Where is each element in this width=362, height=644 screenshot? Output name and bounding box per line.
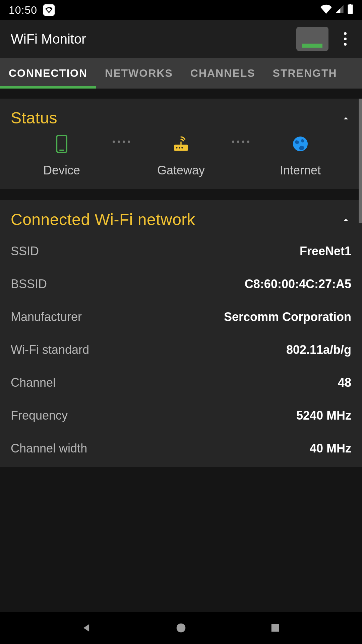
appbar-title: WiFi Monitor <box>11 32 296 47</box>
status-node-label: Device <box>43 163 80 177</box>
statusbar-time: 10:50 <box>9 4 37 16</box>
overflow-menu-button[interactable] <box>338 27 353 51</box>
status-card: Status Device <box>0 99 362 189</box>
kv-value: Sercomm Corporation <box>224 310 351 324</box>
kv-key: SSID <box>11 244 39 258</box>
kv-key: Manufacturer <box>11 310 82 324</box>
kv-key: Channel <box>11 376 56 390</box>
connection-dots <box>113 141 130 143</box>
tab-strength[interactable]: STRENGTH <box>264 58 346 89</box>
kv-value: 40 MHz <box>310 441 351 455</box>
status-card-title: Status <box>11 109 57 127</box>
svg-point-0 <box>50 7 52 9</box>
connection-dots <box>232 141 249 143</box>
app-notification-icon <box>43 4 55 16</box>
nav-home-button[interactable] <box>174 621 188 635</box>
kv-key: BSSID <box>11 277 47 291</box>
status-node-label: Gateway <box>157 163 205 177</box>
kv-frequency: Frequency 5240 MHz <box>11 399 351 432</box>
kv-value: 5240 MHz <box>296 409 351 423</box>
network-card-header[interactable]: Connected Wi-Fi network <box>11 210 351 229</box>
nav-recent-button[interactable] <box>268 621 283 635</box>
svg-point-6 <box>179 147 180 149</box>
svg-rect-10 <box>272 624 279 632</box>
android-statusbar: 10:50 <box>0 0 362 20</box>
android-navbar <box>0 612 362 644</box>
tab-bar: CONNECTION NETWORKS CHANNELS STRENGTH <box>0 58 362 89</box>
chevron-up-icon <box>341 214 351 225</box>
content-scroll[interactable]: Status Device <box>0 89 362 612</box>
chevron-up-icon <box>341 113 351 123</box>
device-icon <box>52 135 71 153</box>
kv-channel: Channel 48 <box>11 366 351 399</box>
kv-bssid: BSSID C8:60:00:4C:27:A5 <box>11 268 351 301</box>
wifi-icon <box>320 4 332 16</box>
kv-value: 48 <box>338 376 351 390</box>
cell-signal-icon <box>335 4 345 16</box>
kv-key: Frequency <box>11 409 68 423</box>
scrollbar[interactable] <box>359 99 362 223</box>
appbar: WiFi Monitor <box>0 20 362 58</box>
status-card-header[interactable]: Status <box>11 109 351 127</box>
kv-value: C8:60:00:4C:27:A5 <box>245 277 351 291</box>
svg-point-9 <box>177 624 186 633</box>
kv-ssid: SSID FreeNet1 <box>11 235 351 268</box>
kv-key: Wi-Fi standard <box>11 343 89 357</box>
kv-wifi-standard: Wi-Fi standard 802.11a/b/g <box>11 333 351 366</box>
network-card: Connected Wi-Fi network SSID FreeNet1 BS… <box>0 200 362 467</box>
status-node-internet: Internet <box>267 135 334 177</box>
tab-networks[interactable]: NETWORKS <box>96 58 182 89</box>
status-node-device: Device <box>28 135 95 177</box>
chart-toggle-button[interactable] <box>296 27 328 51</box>
tab-channels[interactable]: CHANNELS <box>182 58 264 89</box>
tab-connection[interactable]: CONNECTION <box>0 58 96 89</box>
kv-channel-width: Channel width 40 MHz <box>11 432 351 455</box>
nav-back-button[interactable] <box>79 621 94 635</box>
battery-icon <box>347 4 353 16</box>
status-node-label: Internet <box>280 163 321 177</box>
router-icon <box>172 135 190 153</box>
kv-manufacturer: Manufacturer Sercomm Corporation <box>11 301 351 333</box>
svg-point-5 <box>176 147 178 149</box>
kv-value: 802.11a/b/g <box>286 343 351 357</box>
globe-icon <box>291 135 310 153</box>
status-node-gateway: Gateway <box>147 135 215 177</box>
kv-value: FreeNet1 <box>300 244 351 258</box>
network-card-title: Connected Wi-Fi network <box>11 210 195 229</box>
kv-key: Channel width <box>11 441 87 455</box>
svg-point-7 <box>181 147 183 149</box>
